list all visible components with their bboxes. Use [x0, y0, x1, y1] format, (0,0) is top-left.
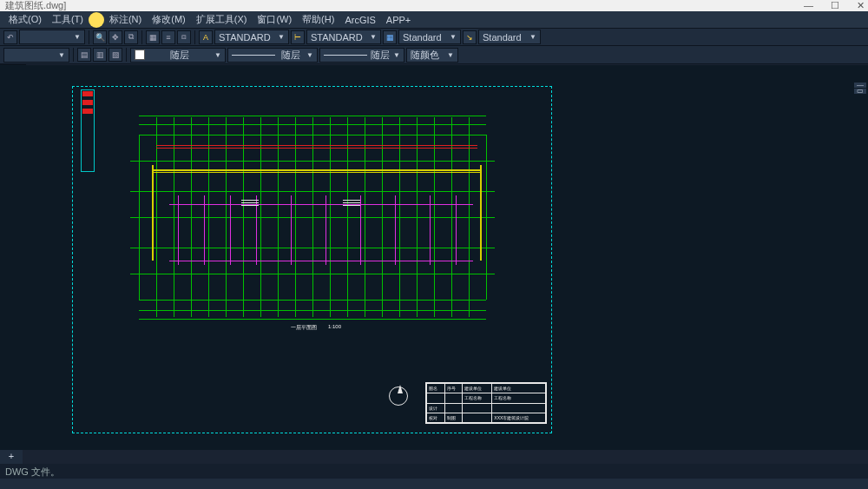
menu-modify[interactable]: 修改(M): [147, 11, 191, 28]
tb-tablestyle-icon[interactable]: ▦: [383, 30, 397, 44]
combo-lineweight[interactable]: 随层▼: [319, 48, 404, 63]
tb-zoom-icon[interactable]: 🔍: [93, 30, 107, 44]
combo-color[interactable]: 随层▼: [130, 48, 226, 63]
toolbar-main: ↶ ▼ 🔍 ✥ ⧉ ▦ ≡ ⧈ A STANDARD▼ ⊢ STANDARD▼ …: [0, 28, 868, 46]
title-block-table: 图名序号建设单位建设单位 工程名称工程名称 设计 校对制图XXX市建筑设计院: [425, 382, 547, 424]
menu-arcgis[interactable]: ArcGIS: [339, 13, 380, 27]
menu-dimension[interactable]: 标注(N): [104, 11, 147, 28]
tb-zoomwin-icon[interactable]: ⧉: [124, 30, 138, 44]
north-arrow-icon: [389, 387, 408, 406]
menu-tools[interactable]: 工具(T): [47, 11, 89, 28]
tb-textstyle-icon[interactable]: A: [199, 30, 213, 44]
window-title-text: 建筑图纸.dwg]: [5, 0, 66, 12]
menubar: 格式(O) 工具(T) 绘图(D) 标注(N) 修改(M) 扩展工具(X) 窗口…: [0, 11, 868, 28]
combo-plotstyle[interactable]: 随颜色▼: [406, 48, 458, 63]
linetype-preview-icon: [232, 55, 275, 56]
tb-mleader-icon[interactable]: ↘: [463, 30, 477, 44]
tb-dimstyle-icon[interactable]: ⊢: [291, 30, 305, 44]
add-layout-tab[interactable]: +: [5, 451, 17, 463]
tb-empty-combo[interactable]: ▼: [19, 30, 85, 44]
minimize-icon[interactable]: —: [804, 0, 813, 11]
toolbar-sep: [89, 30, 89, 44]
window-titlebar: 建筑图纸.dwg] — ☐ ✕: [0, 0, 868, 11]
combo-tablestyle[interactable]: Standard▼: [398, 30, 461, 44]
maximize-icon[interactable]: ☐: [831, 0, 839, 11]
toolbar-sep: [73, 48, 74, 62]
window-controls: — ☐ ✕: [804, 0, 865, 11]
tb-grid-icon[interactable]: ▦: [146, 30, 160, 44]
combo-dimstyle[interactable]: STANDARD▼: [306, 30, 381, 44]
menu-help[interactable]: 帮助(H): [297, 11, 339, 28]
toolbar-sep: [141, 30, 142, 44]
combo-linetype[interactable]: 随层▼: [227, 48, 318, 63]
menu-draw[interactable]: 绘图(D): [89, 12, 104, 28]
drawing-title-label: 一层平面图: [291, 324, 317, 332]
toolbar-layers: ▼ ▤ ▥ ▧ 随层▼ 随层▼ 随层▼ 随颜色▼: [0, 46, 868, 64]
menu-window[interactable]: 窗口(W): [252, 11, 297, 28]
tb-undo-icon[interactable]: ↶: [3, 30, 17, 44]
collapse-box-icon[interactable]: ▭: [854, 89, 866, 94]
lineweight-preview-icon: [324, 55, 367, 56]
combo-mleaderstyle[interactable]: Standard▼: [478, 30, 541, 44]
combo-layer-empty[interactable]: ▼: [3, 48, 69, 63]
command-line[interactable]: DWG 文件。: [0, 464, 868, 479]
toolbar-sep: [126, 48, 127, 62]
toolbar-sep: [194, 30, 195, 44]
menu-format[interactable]: 格式(O): [3, 11, 47, 28]
drawing-scale-label: 1:100: [328, 324, 341, 329]
color-swatch-icon: [135, 50, 145, 60]
close-icon[interactable]: ✕: [857, 0, 865, 11]
combo-textstyle[interactable]: STANDARD▼: [214, 30, 289, 44]
tb-layeroff-icon[interactable]: ▥: [93, 48, 107, 62]
menu-app[interactable]: APP+: [381, 13, 416, 27]
menu-extend[interactable]: 扩展工具(X): [191, 11, 253, 28]
layout-tabstrip: +: [0, 450, 23, 464]
command-line-text: DWG 文件。: [5, 466, 60, 477]
tb-layerfreeze-icon[interactable]: ▧: [108, 48, 122, 62]
drawing-canvas[interactable]: 一层平面图 1:100 图名序号建设单位建设单位 工程名称工程名称 设计 校对制…: [0, 65, 868, 450]
tb-pan-icon[interactable]: ✥: [108, 30, 122, 44]
viewport-collapse: — ▭: [854, 83, 866, 94]
tb-layeriso-icon[interactable]: ▤: [77, 48, 91, 62]
tb-props-icon[interactable]: ⧈: [177, 30, 191, 44]
status-bar: [0, 479, 868, 489]
tb-list-icon[interactable]: ≡: [161, 30, 175, 44]
